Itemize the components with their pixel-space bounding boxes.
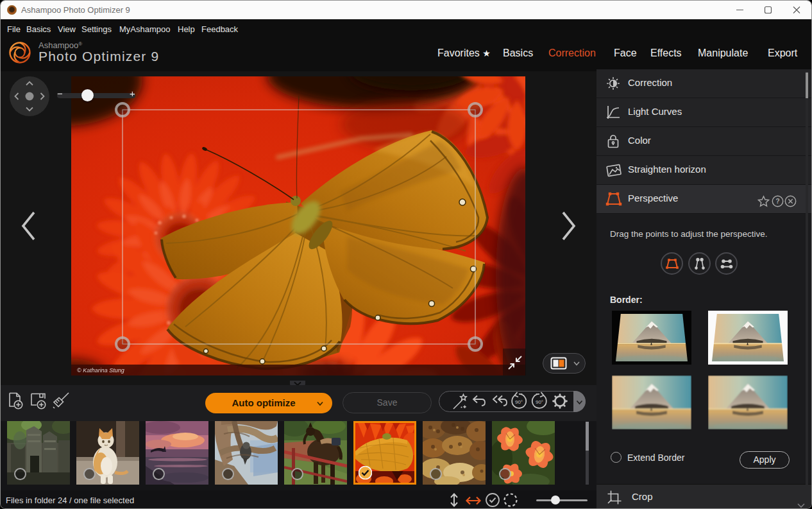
svg-text:90°: 90° [536, 399, 543, 405]
svg-text:© Katharina Stung: © Katharina Stung [77, 367, 124, 374]
svg-text:?: ? [775, 197, 779, 205]
svg-text:90°: 90° [515, 399, 523, 405]
